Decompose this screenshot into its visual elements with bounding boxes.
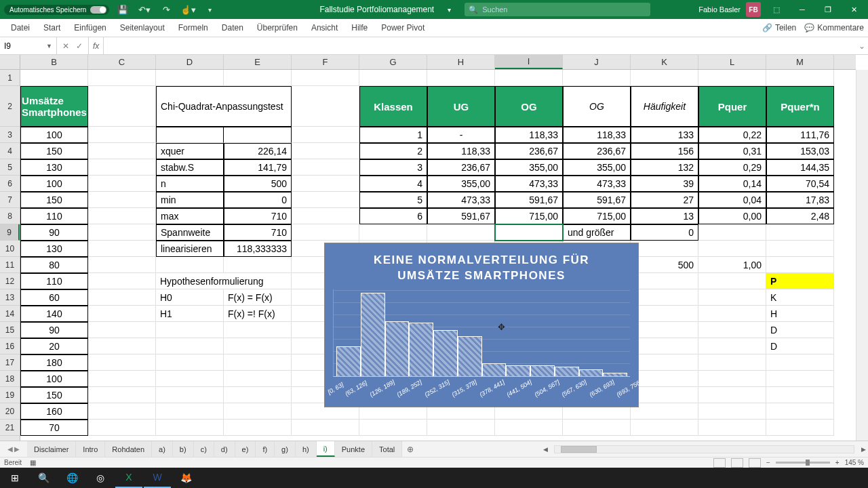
ribbon-mode-icon[interactable]: ⬚ [766, 0, 787, 19]
row-head[interactable]: 13 [0, 289, 20, 306]
cell[interactable] [631, 289, 698, 306]
cell[interactable] [766, 257, 834, 273]
cell[interactable]: 5 [359, 192, 427, 208]
cell[interactable] [698, 224, 766, 241]
cell[interactable]: 715,00 [495, 208, 563, 224]
cell[interactable]: 236,67 [563, 143, 631, 159]
cell[interactable]: 110 [20, 273, 88, 289]
col-g[interactable]: G [359, 55, 427, 69]
tab-einfuegen[interactable]: Einfügen [67, 19, 113, 37]
cell[interactable]: 27 [631, 192, 698, 208]
undo-icon[interactable]: ↶▾ [136, 1, 153, 18]
cell[interactable]: min [156, 192, 224, 208]
row-head[interactable]: 7 [0, 192, 20, 208]
cell[interactable] [88, 403, 156, 420]
cell[interactable] [292, 159, 359, 176]
cell[interactable] [88, 208, 156, 224]
cell[interactable] [88, 224, 156, 241]
cell[interactable] [224, 354, 292, 371]
cell[interactable]: 500 [224, 176, 292, 192]
cell[interactable]: D [766, 322, 834, 338]
row-head[interactable]: 10 [0, 241, 20, 257]
cell[interactable]: 156 [631, 143, 698, 159]
share-button[interactable]: 🔗 Teilen [762, 23, 796, 33]
cell[interactable] [766, 224, 834, 241]
cell[interactable]: 715,00 [563, 208, 631, 224]
chart[interactable]: KEINE NORMALVERTEILUNG FÜR UMSÄTZE SMART… [324, 243, 639, 407]
cell[interactable] [698, 70, 766, 86]
horizontal-scrollbar[interactable] [554, 445, 854, 453]
vertical-scrollbar[interactable] [856, 70, 868, 441]
col-f[interactable]: F [292, 55, 359, 69]
tab-ueberpruefen[interactable]: Überprüfen [250, 19, 304, 37]
cell[interactable]: OG [563, 86, 631, 127]
cell[interactable] [156, 338, 224, 354]
zoom-in-button[interactable]: + [835, 459, 840, 466]
cell[interactable]: 100 [20, 371, 88, 387]
cell[interactable] [88, 420, 156, 436]
cell[interactable] [292, 192, 359, 208]
cell[interactable]: 2 [359, 143, 427, 159]
cell[interactable] [698, 387, 766, 403]
cell[interactable]: 130 [20, 159, 88, 176]
row-head[interactable]: 17 [0, 354, 20, 371]
maximize-button[interactable]: ❐ [818, 0, 838, 19]
cell[interactable] [292, 224, 359, 241]
cell[interactable]: 70,54 [766, 176, 834, 192]
cell[interactable]: 2,48 [766, 208, 834, 224]
cell[interactable]: H [766, 306, 834, 322]
cell[interactable]: stabw.S [156, 159, 224, 176]
cell[interactable] [88, 86, 156, 127]
cell[interactable]: 0 [631, 224, 698, 241]
cell[interactable]: UG [427, 86, 495, 127]
tab-ansicht[interactable]: Ansicht [304, 19, 344, 37]
cell[interactable]: 1 [359, 127, 427, 143]
cell[interactable]: Chi-Quadrat-Anpassungstest [156, 86, 292, 127]
cell[interactable] [698, 371, 766, 387]
add-sheet-button[interactable]: ⊕ [402, 445, 418, 454]
name-box[interactable]: I9▼ [0, 37, 57, 54]
cell[interactable]: 153,03 [766, 143, 834, 159]
cell[interactable]: 140 [20, 306, 88, 322]
firefox-icon[interactable]: 🦊 [172, 468, 199, 488]
row-head[interactable]: 21 [0, 420, 20, 436]
cell[interactable]: 0,00 [698, 208, 766, 224]
cell[interactable]: 17,83 [766, 192, 834, 208]
cell[interactable]: 70 [20, 420, 88, 436]
cell[interactable]: 0,14 [698, 176, 766, 192]
cell[interactable]: Spannweite [156, 224, 224, 241]
cell[interactable] [631, 241, 698, 257]
col-e[interactable]: E [224, 55, 292, 69]
app1-icon[interactable]: 🌐 [58, 468, 85, 488]
cell[interactable]: 0,22 [698, 127, 766, 143]
sheet-tab[interactable]: Total [372, 441, 402, 457]
cancel-icon[interactable]: ✕ [62, 41, 69, 51]
cell[interactable] [292, 208, 359, 224]
row-head[interactable]: 9 [0, 224, 20, 241]
row-head[interactable]: 8 [0, 208, 20, 224]
cell[interactable]: 80 [20, 257, 88, 273]
col-b[interactable]: B [20, 55, 88, 69]
record-macro-icon[interactable]: ▦ [30, 459, 36, 466]
cell[interactable]: 473,33 [495, 176, 563, 192]
cell[interactable] [292, 86, 359, 127]
cell[interactable] [766, 403, 834, 420]
sheet-tab[interactable]: g) [275, 441, 296, 457]
col-l[interactable]: L [698, 55, 766, 69]
col-m[interactable]: M [766, 55, 834, 69]
cell[interactable] [631, 306, 698, 322]
cell[interactable]: 141,79 [224, 159, 292, 176]
avatar[interactable]: FB [746, 2, 761, 17]
row-head[interactable]: 1 [0, 70, 20, 86]
cell[interactable]: 1,00 [698, 257, 766, 273]
expand-formula-icon[interactable]: ⌄ [856, 37, 868, 54]
cell[interactable]: 0,29 [698, 159, 766, 176]
cell[interactable]: 100 [20, 176, 88, 192]
cell[interactable] [698, 273, 766, 289]
cell[interactable] [224, 338, 292, 354]
cell[interactable]: linearisieren [156, 241, 224, 257]
zoom-out-button[interactable]: − [766, 459, 770, 466]
cell[interactable] [88, 289, 156, 306]
cell[interactable] [427, 70, 495, 86]
sheet-tab[interactable]: Punkte [335, 441, 372, 457]
